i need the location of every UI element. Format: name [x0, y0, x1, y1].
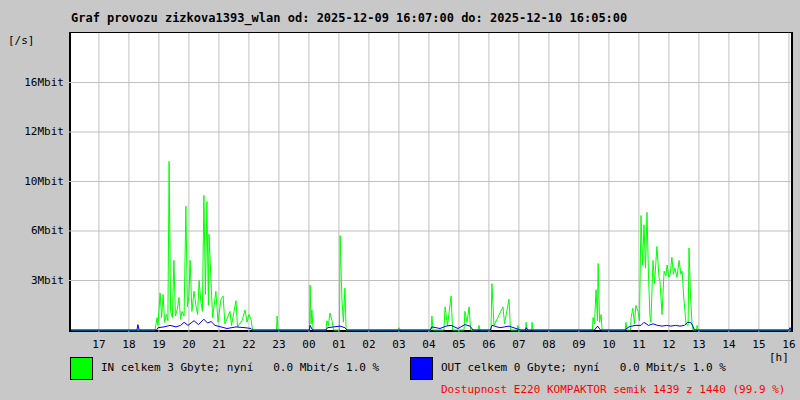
y-tick-label: 10Mbit: [0, 176, 64, 188]
x-tick-label: 12: [662, 339, 675, 351]
x-tick-label: 22: [242, 339, 255, 351]
in-series-line: [71, 161, 791, 330]
x-tick-label: 03: [392, 339, 405, 351]
y-tick-label: 12Mbit: [0, 126, 64, 138]
y-tick-label: 3Mbit: [0, 275, 64, 287]
x-tick-label: 07: [512, 339, 525, 351]
x-tick-label: 19: [152, 339, 165, 351]
availability-text: Dostupnost E220 KOMPAKTOR semik 1439 z 1…: [441, 383, 785, 396]
x-tick-label: 02: [362, 339, 375, 351]
in-legend-swatch: [70, 357, 93, 380]
x-tick-label: 21: [212, 339, 225, 351]
x-tick-label: 06: [482, 339, 495, 351]
x-tick-label: 13: [692, 339, 705, 351]
traffic-graph-page: { "title": "Graf provozu zizkova1393_wla…: [0, 0, 800, 400]
x-tick-label: 18: [122, 339, 135, 351]
x-tick-label: 04: [422, 339, 435, 351]
y-tick-label: 16Mbit: [0, 77, 64, 89]
x-tick-label: 00: [302, 339, 315, 351]
x-tick-label: 17: [92, 339, 105, 351]
in-legend-label: IN celkem 3 Gbyte; nyní 0.0 Mbit/s 1.0 %: [101, 361, 379, 374]
page-title: Graf provozu zizkova1393_wlan od: 2025-1…: [71, 11, 627, 25]
x-tick-label: 20: [182, 339, 195, 351]
x-tick-label: 08: [542, 339, 555, 351]
x-axis-unit-label: [h]: [769, 351, 789, 364]
x-tick-label: 10: [602, 339, 615, 351]
plot-area: [69, 32, 793, 332]
out-legend-swatch: [410, 357, 433, 380]
x-tick-label: 01: [332, 339, 345, 351]
y-axis-unit-label: [/s]: [8, 34, 35, 47]
x-tick-label: 14: [722, 339, 735, 351]
x-tick-label: 11: [632, 339, 645, 351]
traffic-chart-svg: [71, 33, 791, 330]
x-tick-label: 15: [752, 339, 765, 351]
x-tick-label: 09: [572, 339, 585, 351]
x-tick-label: 05: [452, 339, 465, 351]
x-tick-label: 23: [272, 339, 285, 351]
x-tick-label: 16: [782, 339, 795, 351]
y-tick-label: 6Mbit: [0, 225, 64, 237]
out-legend-label: OUT celkem 0 Gbyte; nyní 0.0 Mbit/s 1.0 …: [441, 361, 726, 374]
